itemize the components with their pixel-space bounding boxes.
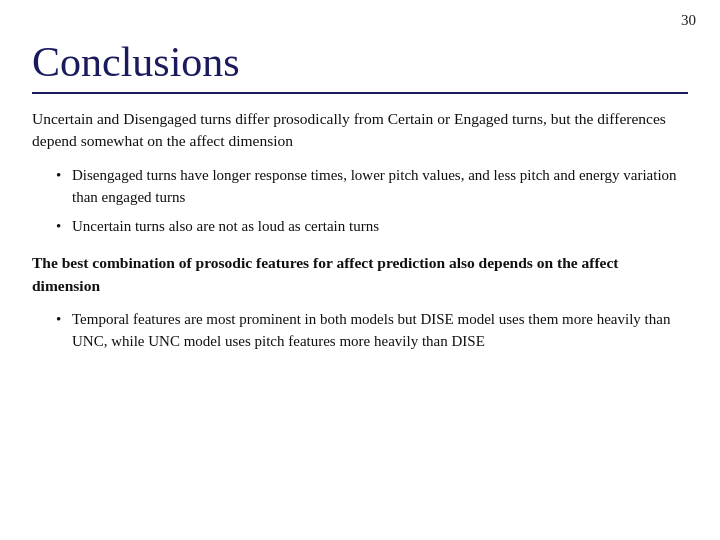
- bold-paragraph: The best combination of prosodic feature…: [32, 252, 688, 297]
- bullet-text-1-1: Disengaged turns have longer response ti…: [72, 167, 677, 205]
- slide-number: 30: [681, 12, 696, 29]
- slide-container: 30 Conclusions Uncertain and Disengaged …: [0, 0, 720, 540]
- bullet-list-2: Temporal features are most prominent in …: [56, 309, 688, 353]
- bullet-item-2-1: Temporal features are most prominent in …: [56, 309, 688, 353]
- intro-paragraph: Uncertain and Disengaged turns differ pr…: [32, 108, 688, 153]
- bullet-item-1-2: Uncertain turns also are not as loud as …: [56, 216, 688, 238]
- bullet-list-1: Disengaged turns have longer response ti…: [56, 165, 688, 238]
- title-divider: [32, 92, 688, 94]
- bullet-text-1-2: Uncertain turns also are not as loud as …: [72, 218, 379, 234]
- bullet-text-2-1: Temporal features are most prominent in …: [72, 311, 670, 349]
- bullet-item-1-1: Disengaged turns have longer response ti…: [56, 165, 688, 209]
- slide-title: Conclusions: [32, 38, 688, 86]
